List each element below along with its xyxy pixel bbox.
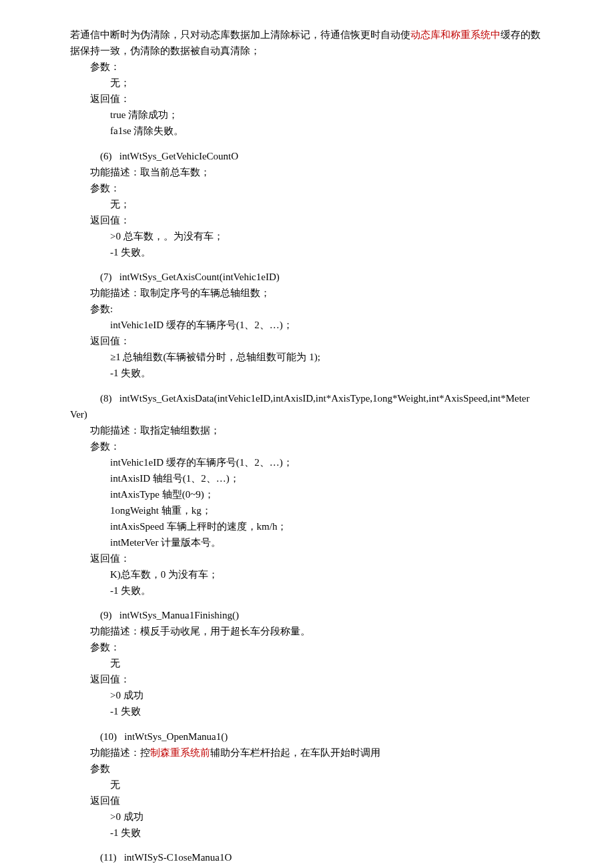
- f7-ret: 返回值：: [70, 333, 544, 349]
- f11-sig: (11) intWISyS-C1oseManua1O: [70, 849, 544, 865]
- f8-p3: intAxisType 轴型(0~9)；: [70, 486, 544, 502]
- f9-params: 参数：: [70, 639, 544, 655]
- f8-sig-line2: Ver): [70, 406, 544, 422]
- intro-ret: 返回值：: [70, 91, 544, 107]
- f8-p5: intAxisSpeed 车辆上秤时的速度，km/h；: [70, 518, 544, 534]
- f7-sig-text: intWtSys_GetAxisCount(intVehic1eID): [119, 272, 280, 282]
- f10-r1: >0 成功: [70, 809, 544, 825]
- f10-ret: 返回值: [70, 793, 544, 809]
- f8-p6: intMeterVer 计量版本号。: [70, 534, 544, 550]
- f8-ret: 返回值：: [70, 550, 544, 566]
- intro-line-2: 据保持一致，伪清除的数据被自动真清除；: [70, 43, 544, 59]
- f9-r2: -1 失败: [70, 703, 544, 719]
- f6-sig: (6) intWtSys_GetVehicIeCountO: [70, 148, 544, 164]
- f10-desc-b: 辅助分车栏杆抬起，在车队开始时调用: [210, 747, 380, 758]
- intro-none: 无；: [70, 75, 544, 91]
- f7-r2: -1 失败。: [70, 365, 544, 381]
- f6-r2: -1 失败。: [70, 244, 544, 260]
- f6-r1: >0 总车数，。为没有车；: [70, 228, 544, 244]
- f9-sig: (9) intWtSys_Manua1Finishing(): [70, 607, 544, 623]
- intro-l1-red: 动态库和称重系统中: [410, 29, 501, 40]
- f6-none: 无；: [70, 196, 544, 212]
- f8-desc: 功能描述：取指定轴组数据；: [70, 422, 544, 438]
- f10-desc: 功能描述：控制森重系统前辅助分车栏杆抬起，在车队开始时调用: [70, 745, 544, 761]
- f10-sig-text: intWtSys_OpenManua1(): [124, 731, 228, 742]
- f9-r1: >0 成功: [70, 687, 544, 703]
- f6-ret: 返回值：: [70, 212, 544, 228]
- f10-none: 无: [70, 777, 544, 793]
- f6-sig-text: intWtSys_GetVehicIeCountO: [119, 151, 238, 161]
- f9-desc: 功能描述：模反手动收尾，用于超长车分段称量。: [70, 623, 544, 639]
- f8-p1: intVehic1eID 缓存的车辆序号(1、2、…)；: [70, 454, 544, 470]
- f8-r2: -1 失败。: [70, 582, 544, 598]
- f7-sig: (7) intWtSys_GetAxisCount(intVehic1eID): [70, 269, 544, 285]
- f10-desc-a: 功能描述：控: [90, 747, 150, 758]
- f8-params: 参数：: [70, 438, 544, 454]
- f9-none: 无: [70, 655, 544, 671]
- f10-desc-red: 制森重系统前: [150, 747, 210, 758]
- f6-params: 参数：: [70, 180, 544, 196]
- intro-l1a: 若通信中断时为伪清除，只对动态库数据加上清除标记，待通信恢更时自动使: [70, 29, 410, 40]
- f10-r2: -1 失败: [70, 825, 544, 841]
- f11-sig-text: intWISyS-C1oseManua1O: [124, 852, 232, 863]
- f9-ret: 返回值：: [70, 671, 544, 687]
- f8-r1: K)总车数，0 为没有车；: [70, 566, 544, 582]
- f8-sig-a: intWtSys_GetAxisData(intVehic1eID,intAxi…: [119, 393, 530, 404]
- f11-desc: 功能描述：控制森重系统前辅助分车栏杆落下，在车队结束时调用: [70, 865, 544, 868]
- f10-params: 参数: [70, 761, 544, 777]
- intro-l1b: 缓存的数: [501, 29, 541, 40]
- intro-r2: fa1se 清除失败。: [70, 123, 544, 139]
- f6-desc: 功能描述：取当前总车数；: [70, 164, 544, 180]
- f7-params: 参数:: [70, 301, 544, 317]
- f7-p1: intVehic1eID 缓存的车辆序号(1、2、…)；: [70, 317, 544, 333]
- f8-p2: intAxisID 轴组号(1、2、…)；: [70, 470, 544, 486]
- intro-params: 参数：: [70, 59, 544, 75]
- intro-line-1: 若通信中断时为伪清除，只对动态库数据加上清除标记，待通信恢更时自动使动态库和称重…: [70, 27, 544, 43]
- f8-p4: 1ongWeight 轴重，kg；: [70, 502, 544, 518]
- f8-sig-line1: (8) intWtSys_GetAxisData(intVehic1eID,in…: [70, 390, 544, 406]
- f7-desc: 功能描述：取制定序号的车辆总轴组数；: [70, 285, 544, 301]
- intro-r1: true 清除成功；: [70, 107, 544, 123]
- f7-r1: ≥1 总轴组数(车辆被错分时，总轴组数可能为 1);: [70, 349, 544, 365]
- f9-sig-text: intWtSys_Manua1Finishing(): [119, 610, 239, 620]
- f10-sig: (10) intWtSys_OpenManua1(): [70, 729, 544, 745]
